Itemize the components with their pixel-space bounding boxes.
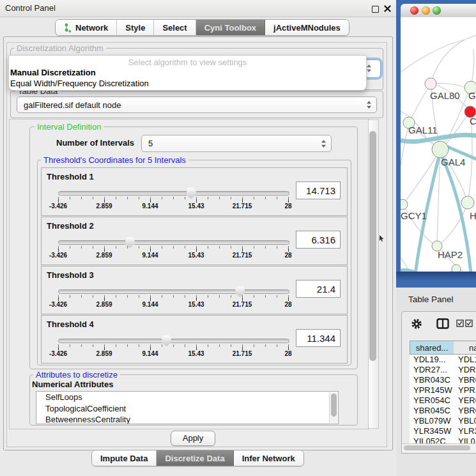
threshold-2-value[interactable]: 6.316 <box>296 231 341 249</box>
cell[interactable]: YBR0 <box>454 406 476 416</box>
checkbox-icon[interactable] <box>465 319 473 327</box>
threshold-2-panel: Threshold 2 -3.426 2.859 9.144 15.43 21.… <box>41 217 348 265</box>
column-header-shared-name[interactable]: shared... <box>410 341 454 355</box>
scrollbar-thumb[interactable] <box>369 131 376 361</box>
node-bottom-partial[interactable] <box>452 265 461 272</box>
cell[interactable]: YDR27... <box>410 365 454 375</box>
cell[interactable]: YPR145W <box>410 385 454 395</box>
list-item[interactable]: SelfLoops <box>36 392 338 403</box>
close-button[interactable] <box>410 6 418 15</box>
tab-infer-network[interactable]: Infer Network <box>234 450 303 466</box>
tab-impute-data[interactable]: Impute Data <box>92 450 157 466</box>
tab-label: Discretize Data <box>165 454 224 463</box>
number-of-intervals-combo[interactable]: 5 <box>141 135 332 152</box>
tick-label: 15.43 <box>188 252 204 259</box>
popup-item-equal-width[interactable]: Equal Width/Frequency Discretization <box>10 79 149 88</box>
tab-jactivemnodules[interactable]: jActiveMNodules <box>265 20 349 35</box>
list-scrollbar-thumb[interactable] <box>331 394 337 417</box>
cell[interactable]: YPR1 <box>454 385 476 395</box>
tab-label: Impute Data <box>100 454 148 463</box>
minimize-button[interactable] <box>422 6 430 15</box>
threshold-1-panel: Threshold 1 -3.426 2.859 9.144 15.43 21.… <box>41 167 348 216</box>
label-gcy1: GCY1 <box>401 210 427 221</box>
cell[interactable]: YBL079W <box>410 416 454 426</box>
popup-item-manual-discretization[interactable]: Manual Discretization <box>10 68 96 77</box>
scrollbar-thumb[interactable] <box>404 445 470 450</box>
tab-style[interactable]: Style <box>117 20 154 35</box>
cell[interactable]: YBL0 <box>454 416 476 426</box>
cell[interactable]: YDL1 <box>454 355 476 365</box>
cell[interactable]: YBR045C <box>410 406 454 416</box>
mouse-cursor <box>379 235 384 242</box>
split-view-icon[interactable] <box>436 318 449 329</box>
table-row[interactable]: YDR27...YDR2 <box>410 365 476 375</box>
cell[interactable]: YDR2 <box>454 365 476 375</box>
table-panel-body: shared... na YDL19...YDL1 YDR27...YDR2 Y… <box>401 311 476 454</box>
gear-icon[interactable] <box>411 318 422 330</box>
tab-cyni-toolbox[interactable]: Cyni Toolbox <box>196 20 265 35</box>
popup-prompt: Select algorithm to view settings <box>9 58 366 67</box>
column-header-name[interactable]: na <box>454 341 476 355</box>
tab-select[interactable]: Select <box>154 20 196 35</box>
threshold-4-panel: Threshold 4 -3.426 2.859 9.144 15.43 21.… <box>41 315 348 364</box>
node-gal80[interactable] <box>425 78 436 89</box>
table-data-combo[interactable]: galFiltered.sif default node <box>17 96 377 113</box>
table-row[interactable]: YDL19...YDL1 <box>410 355 476 365</box>
node-gcy1[interactable] <box>401 199 408 210</box>
tick-label: -3.426 <box>49 252 67 259</box>
top-tab-bar: Network Style Select Cyni Toolbox jActiv… <box>55 19 349 36</box>
node-clipped-right[interactable] <box>461 196 474 209</box>
cell[interactable]: YER0 <box>454 395 476 406</box>
vertical-scrollbar[interactable] <box>368 119 379 429</box>
threshold-3-value[interactable]: 21.4 <box>296 280 341 298</box>
node-gal4[interactable] <box>432 141 449 158</box>
cell[interactable]: YLR345W <box>410 426 454 436</box>
attributes-group-title: Attributes to discretize <box>33 371 120 379</box>
cell[interactable]: YLR3 <box>454 426 476 436</box>
table-row[interactable]: YPR145WYPR1 <box>410 385 476 395</box>
apply-button[interactable]: Apply <box>171 431 215 446</box>
network-canvas[interactable]: GAL80 GA C GAL11 GAL4 GCY1 H HAP2 <box>401 17 476 272</box>
float-window-icon[interactable] <box>372 6 379 13</box>
list-item[interactable]: BetweennessCentrality <box>36 414 338 424</box>
tab-network[interactable]: Network <box>56 20 117 35</box>
tab-discretize-data[interactable]: Discretize Data <box>157 450 233 466</box>
cell[interactable]: YER054C <box>410 395 454 406</box>
tick-label: 2.859 <box>96 301 112 308</box>
panel-title: Control Panel <box>5 0 56 17</box>
list-item[interactable]: TopologicalCoefficient <box>36 403 338 415</box>
table-row[interactable]: YBR045CYBR0 <box>410 406 476 416</box>
list-scrollbar[interactable] <box>329 392 337 423</box>
network-window-frame-bottom <box>396 272 476 288</box>
table-row[interactable]: YBR043CYBR0 <box>410 375 476 385</box>
tab-label: Infer Network <box>242 454 295 463</box>
label-gal11: GAL11 <box>408 125 438 135</box>
cell[interactable]: YBR043C <box>410 375 454 385</box>
stepper-icon <box>321 139 326 148</box>
threshold-4-value[interactable]: 11.344 <box>296 329 341 347</box>
threshold-1-value[interactable]: 14.713 <box>296 181 341 199</box>
network-window-titlebar[interactable] <box>401 4 476 18</box>
numerical-attributes-list[interactable]: SelfLoops TopologicalCoefficient Between… <box>36 391 339 424</box>
discretization-algorithm-title: Discretization Algorithm <box>14 44 106 52</box>
tick-label: 28 <box>284 350 291 357</box>
horizontal-scrollbar[interactable] <box>402 443 476 452</box>
tick-label: 15.43 <box>188 301 204 308</box>
table-panel-titlebar: Table Panel <box>396 288 476 311</box>
cell[interactable]: YBR0 <box>454 375 476 385</box>
network-nodes[interactable] <box>401 78 476 272</box>
table-row[interactable]: YBL079WYBL0 <box>410 416 476 426</box>
cell[interactable]: YDL19... <box>410 355 454 365</box>
algorithm-dropdown-popup: Select algorithm to view settings Manual… <box>8 55 367 91</box>
zoom-button[interactable] <box>433 6 441 15</box>
slider-ticks <box>58 344 289 350</box>
table-panel-title: Table Panel <box>408 295 454 304</box>
tick-label: 28 <box>284 301 291 308</box>
tick-label: 9.144 <box>142 252 158 259</box>
network-graph: GAL80 GA C GAL11 GAL4 GCY1 H HAP2 <box>401 17 476 272</box>
table-row[interactable]: YLR345WYLR3 <box>410 426 476 436</box>
tick-label: 28 <box>284 203 291 210</box>
close-icon[interactable] <box>384 5 391 12</box>
checkbox-icon[interactable] <box>456 319 464 327</box>
table-row[interactable]: YER054CYER0 <box>410 395 476 406</box>
